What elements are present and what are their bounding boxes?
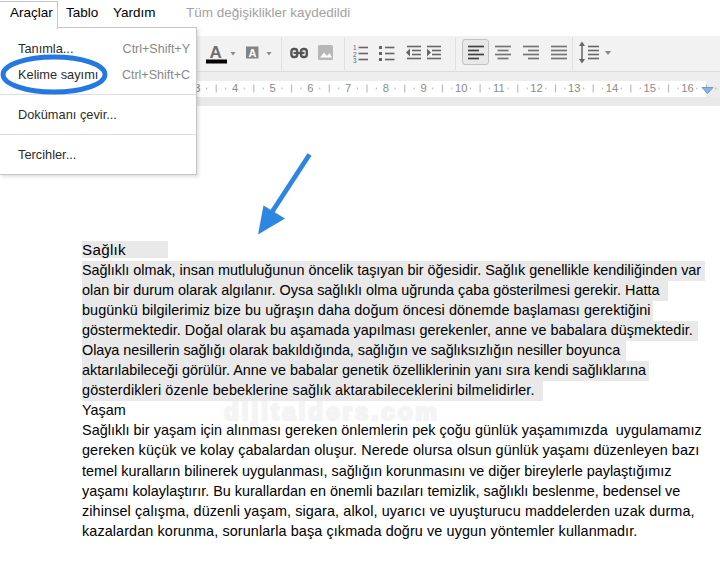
svg-text:4: 4 — [232, 82, 238, 94]
svg-text:A: A — [210, 43, 222, 62]
svg-text:5: 5 — [270, 82, 276, 94]
svg-text:3: 3 — [353, 57, 357, 64]
svg-text:11: 11 — [493, 82, 505, 94]
svg-text:12: 12 — [530, 82, 542, 94]
svg-text:8: 8 — [383, 82, 389, 94]
svg-text:16: 16 — [681, 82, 693, 94]
svg-text:A: A — [249, 47, 257, 59]
svg-text:13: 13 — [568, 82, 580, 94]
svg-text:14: 14 — [606, 82, 618, 94]
svg-text:6: 6 — [307, 82, 313, 94]
svg-text:9: 9 — [420, 82, 426, 94]
svg-text:15: 15 — [643, 82, 655, 94]
svg-text:10: 10 — [455, 82, 467, 94]
svg-text:7: 7 — [345, 82, 351, 94]
